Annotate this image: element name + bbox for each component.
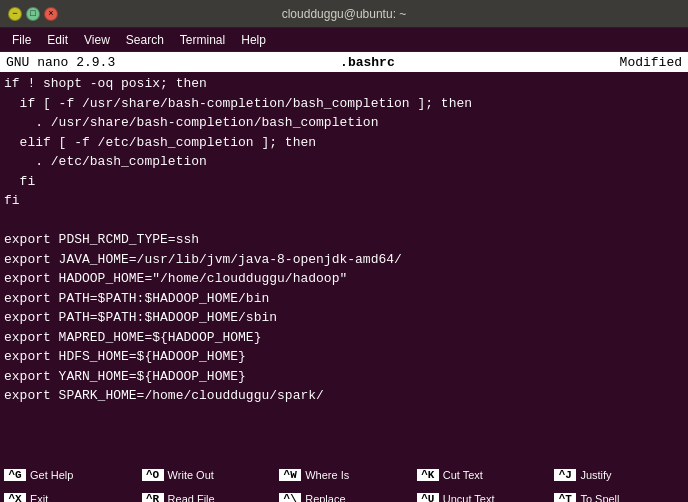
minimize-button[interactable]: − [8,7,22,21]
menu-search[interactable]: Search [118,31,172,49]
nano-version: GNU nano 2.9.3 [6,55,115,70]
editor-line-11: export HADOOP_HOME="/home/cloudduggu/had… [4,271,347,286]
menu-file[interactable]: File [4,31,39,49]
shortcut-read-file[interactable]: ^R Read File [138,488,276,502]
shortcut-label-get-help: Get Help [30,469,73,481]
shortcut-label-where-is: Where Is [305,469,349,481]
shortcut-exit[interactable]: ^X Exit [0,488,138,502]
shortcut-key-k: ^K [417,469,439,481]
editor-line-2: if [ -f /usr/share/bash-completion/bash_… [4,96,472,111]
editor-line-5: . /etc/bash_completion [4,154,207,169]
editor-line-10: export JAVA_HOME=/usr/lib/jvm/java-8-ope… [4,252,402,267]
editor-line-15: export HDFS_HOME=${HADOOP_HOME} [4,349,246,364]
editor-line-3: . /usr/share/bash-completion/bash_comple… [4,115,378,130]
shortcut-key-backslash: ^\ [279,493,301,502]
editor-line-16: export YARN_HOME=${HADOOP_HOME} [4,369,246,384]
editor-area[interactable]: if ! shopt -oq posix; then if [ -f /usr/… [0,72,688,462]
nano-infobar: GNU nano 2.9.3 .bashrc Modified [0,52,688,72]
shortcut-label-replace: Replace [305,493,345,502]
shortcut-replace[interactable]: ^\ Replace [275,488,413,502]
close-button[interactable]: × [44,7,58,21]
shortcut-label-justify: Justify [580,469,611,481]
shortcut-key-r: ^R [142,493,164,502]
shortcut-label-write-out: Write Out [168,469,214,481]
menu-edit[interactable]: Edit [39,31,76,49]
shortcut-label-uncut-text: Uncut Text [443,493,495,502]
nano-filename: .bashrc [115,55,619,70]
maximize-button[interactable]: □ [26,7,40,21]
editor-line-14: export MAPRED_HOME=${HADOOP_HOME} [4,330,261,345]
shortcut-where-is[interactable]: ^W Where Is [275,464,413,486]
menu-terminal[interactable]: Terminal [172,31,233,49]
shortcut-get-help[interactable]: ^G Get Help [0,464,138,486]
editor-line-1: if ! shopt -oq posix; then [4,76,207,91]
titlebar: − □ × cloudduggu@ubuntu: ~ [0,0,688,28]
shortcut-label-exit: Exit [30,493,48,502]
shortcut-to-spell[interactable]: ^T To Spell [550,488,688,502]
shortcut-write-out[interactable]: ^O Write Out [138,464,276,486]
menu-view[interactable]: View [76,31,118,49]
shortcut-label-to-spell: To Spell [580,493,619,502]
shortcut-key-t: ^T [554,493,576,502]
editor-line-17: export SPARK_HOME=/home/cloudduggu/spark… [4,388,324,403]
editor-line-9: export PDSH_RCMD_TYPE=ssh [4,232,199,247]
shortcut-label-cut-text: Cut Text [443,469,483,481]
editor-line-13: export PATH=$PATH:$HADOOP_HOME/sbin [4,310,277,325]
menu-help[interactable]: Help [233,31,274,49]
editor-line-12: export PATH=$PATH:$HADOOP_HOME/bin [4,291,269,306]
shortcut-key-u: ^U [417,493,439,502]
shortcut-key-j: ^J [554,469,576,481]
shortcut-uncut-text[interactable]: ^U Uncut Text [413,488,551,502]
menubar: File Edit View Search Terminal Help [0,28,688,52]
editor-line-4: elif [ -f /etc/bash_completion ]; then [4,135,316,150]
shortcut-key-w: ^W [279,469,301,481]
shortcut-key-o: ^O [142,469,164,481]
editor-line-6: fi [4,174,35,189]
window-controls[interactable]: − □ × [8,7,58,21]
shortcut-label-read-file: Read File [168,493,215,502]
window-title: cloudduggu@ubuntu: ~ [58,7,630,21]
editor-line-7: fi [4,193,20,208]
shortcut-cut-text[interactable]: ^K Cut Text [413,464,551,486]
shortcut-key-g: ^G [4,469,26,481]
shortcut-bar: ^G Get Help ^O Write Out ^W Where Is ^K [0,462,688,502]
shortcut-justify[interactable]: ^J Justify [550,464,688,486]
shortcut-key-x: ^X [4,493,26,502]
nano-modified-status: Modified [620,55,682,70]
